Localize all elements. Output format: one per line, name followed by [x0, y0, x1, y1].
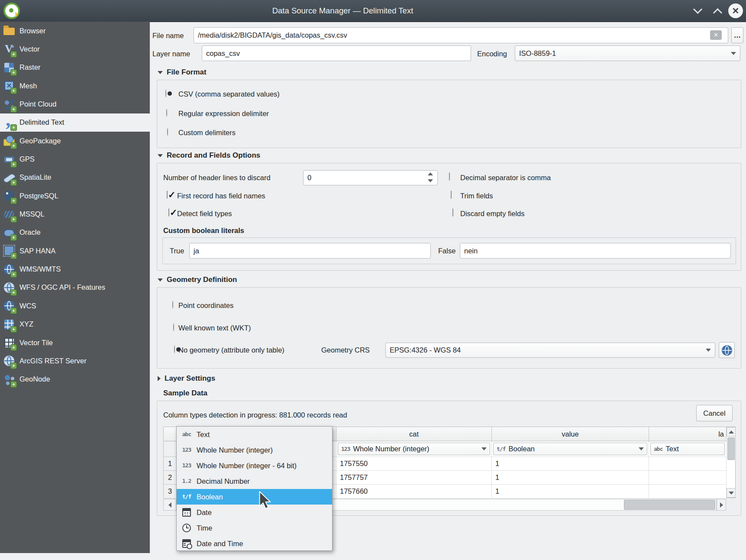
checkbox-first-record-names[interactable]	[167, 191, 168, 199]
cell-la	[649, 471, 727, 485]
layer-name-input[interactable]: copas_csv	[202, 45, 471, 61]
sidebar-item-point-cloud[interactable]: Point Cloud	[0, 95, 150, 113]
file-name-input[interactable]: /media/disk2/BIGDATA/gis_data/copas_csv.…	[194, 27, 728, 43]
sidebar-item-postgresql[interactable]: PostgreSQL	[0, 187, 150, 205]
row-number[interactable]: 1	[164, 457, 177, 471]
menu-item-date[interactable]: Date	[177, 505, 332, 520]
radio-point-coordinates[interactable]	[172, 301, 173, 309]
sidebar-item-mesh[interactable]: Mesh	[0, 77, 150, 95]
menu-item-time[interactable]: Time	[177, 520, 332, 536]
menu-item-date-time[interactable]: Date and Time	[177, 536, 332, 551]
radio-wkt[interactable]	[173, 323, 174, 331]
elephant-icon	[3, 190, 15, 202]
spin-up-icon[interactable]	[428, 172, 433, 175]
sidebar-item-wfs-ogc[interactable]: WFS / OGC API - Features	[0, 278, 150, 297]
header-lines-spinner[interactable]: 0	[303, 170, 438, 185]
scroll-left-button[interactable]	[163, 499, 176, 511]
source-type-sidebar: Browser Vector Raster Mesh Point Cloud D…	[0, 22, 150, 553]
sidebar-item-vector-tile[interactable]: Vector Tile	[0, 333, 150, 352]
type-selector-la[interactable]: abcText	[650, 443, 725, 455]
globe-icon	[722, 345, 732, 356]
window-shade-icon[interactable]	[693, 5, 702, 14]
gps-icon	[3, 153, 15, 165]
type-selector-value[interactable]: t/fBoolean	[493, 443, 647, 455]
sidebar-item-vector[interactable]: Vector	[0, 40, 150, 58]
radio-csv[interactable]	[165, 89, 166, 97]
menu-item-text[interactable]: abcText	[177, 427, 332, 442]
row-header-cell	[164, 441, 177, 457]
radio-regex-delimiter[interactable]	[166, 109, 167, 117]
chevron-down-icon	[731, 52, 736, 55]
layer-settings-header[interactable]: Layer Settings	[158, 374, 215, 383]
type-selector-cat[interactable]: 123Whole Number (integer)	[338, 443, 490, 455]
sidebar-item-geonode[interactable]: GeoNode	[0, 370, 150, 388]
column-header-la[interactable]: la	[649, 427, 727, 441]
mesh-icon	[3, 80, 15, 92]
123-icon: 123	[177, 447, 197, 453]
type-selector-cell: t/fBoolean	[492, 441, 649, 457]
checkbox-decimal-comma[interactable]	[449, 172, 450, 181]
sidebar-item-delimited-text[interactable]: Delimited Text	[0, 113, 150, 132]
calendar-clock-icon	[177, 539, 197, 548]
oracle-icon	[3, 227, 15, 239]
sidebar-item-sap-hana[interactable]: SAP HANA	[0, 242, 150, 260]
sidebar-item-arcgis-rest[interactable]: ArcGIS REST Server	[0, 352, 150, 370]
menu-item-whole-number[interactable]: 123Whole Number (integer)	[177, 442, 332, 458]
window-unshade-icon[interactable]	[713, 8, 722, 17]
geometry-header[interactable]: Geometry Definition	[158, 275, 237, 284]
checkbox-trim-fields-label: Trim fields	[460, 191, 493, 201]
true-literal-input[interactable]: ja	[189, 243, 431, 259]
sidebar-item-spatialite[interactable]: SpatiaLite	[0, 168, 150, 187]
sidebar-item-wcs[interactable]: WCS	[0, 297, 150, 315]
123-icon: 123	[177, 463, 197, 469]
sidebar-item-browser[interactable]: Browser	[0, 22, 150, 40]
column-header-cat[interactable]: cat	[336, 427, 492, 441]
sidebar-item-mssql[interactable]: MSSQL	[0, 205, 150, 223]
horizontal-scrollbar-thumb[interactable]	[624, 500, 715, 510]
sidebar-item-oracle[interactable]: Oracle	[0, 223, 150, 242]
radio-point-label: Point coordinates	[178, 301, 234, 310]
globe-icon	[3, 355, 15, 367]
cancel-button[interactable]: Cancel	[696, 405, 733, 421]
boolean-icon: t/f	[177, 494, 197, 500]
geometry-crs-select[interactable]: EPSG:4326 - WGS 84	[385, 343, 715, 358]
false-label: False	[438, 246, 455, 256]
radio-custom-delimiters[interactable]	[167, 128, 168, 136]
sidebar-item-geopackage[interactable]: GeoPackage	[0, 132, 150, 150]
chevron-down-icon	[481, 447, 487, 450]
radio-wkt-label: Well known text (WKT)	[178, 323, 251, 333]
title-bar: Data Source Manager — Delimited Text ✕	[0, 0, 746, 22]
checkbox-trim-fields[interactable]	[451, 191, 452, 199]
scroll-down-button[interactable]	[727, 488, 736, 498]
window-title: Data Source Manager — Delimited Text	[65, 0, 620, 22]
spin-down-icon[interactable]	[428, 179, 433, 182]
sidebar-item-gps[interactable]: GPS	[0, 150, 150, 168]
file-format-header[interactable]: File Format	[158, 68, 207, 77]
detection-status-text: Column types detection in progress: 881.…	[163, 410, 347, 420]
row-number[interactable]: 3	[164, 485, 177, 498]
clear-icon[interactable]: ✕	[710, 30, 722, 40]
menu-item-decimal[interactable]: 1.2Decimal Number	[177, 473, 332, 489]
sidebar-item-wms-wmts[interactable]: WMS/WMTS	[0, 260, 150, 278]
menu-item-boolean[interactable]: t/fBoolean	[177, 489, 332, 505]
scroll-up-button[interactable]	[727, 427, 736, 437]
checkbox-discard-empty-label: Discard empty fields	[460, 209, 525, 218]
select-crs-button[interactable]	[719, 342, 735, 358]
geometry-crs-label: Geometry CRS	[321, 345, 370, 355]
radio-no-geometry[interactable]	[174, 345, 175, 353]
sidebar-item-raster[interactable]: Raster	[0, 58, 150, 77]
vertical-scrollbar-thumb[interactable]	[727, 437, 735, 460]
checkbox-discard-empty[interactable]	[452, 208, 453, 217]
scroll-right-button[interactable]	[717, 499, 726, 511]
collapse-triangle-icon	[158, 278, 163, 282]
menu-item-whole-number-64[interactable]: 123Whole Number (integer - 64 bit)	[177, 458, 332, 473]
row-number[interactable]: 2	[164, 471, 177, 485]
browse-button[interactable]: …	[731, 27, 743, 43]
column-header-value[interactable]: value	[492, 427, 649, 441]
false-literal-input[interactable]: nein	[460, 243, 731, 259]
checkbox-detect-field-types[interactable]	[168, 208, 169, 217]
encoding-select[interactable]: ISO-8859-1	[515, 45, 740, 61]
sidebar-item-xyz[interactable]: XYZ	[0, 315, 150, 333]
close-icon[interactable]: ✕	[728, 3, 743, 18]
record-fields-header[interactable]: Record and Fields Options	[158, 151, 260, 160]
